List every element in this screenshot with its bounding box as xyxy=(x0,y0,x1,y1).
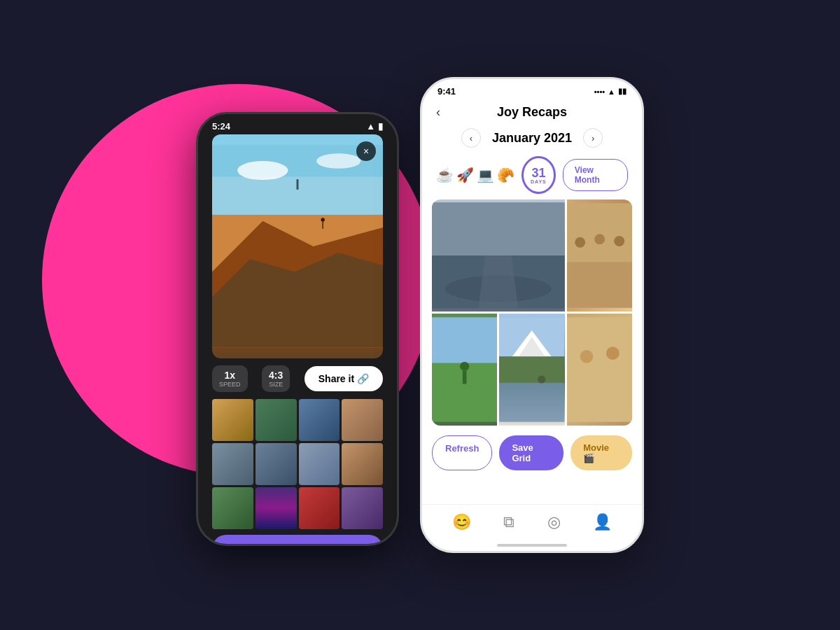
svg-point-19 xyxy=(460,362,469,371)
share-button[interactable]: Share it 🔗 xyxy=(304,366,383,391)
month-nav: ‹ January 2021 › xyxy=(422,122,642,153)
phone-right: 9:41 •••• ▲ ▮▮ ‹ Joy Recaps ‹ January 20… xyxy=(420,77,644,553)
svg-rect-25 xyxy=(499,383,564,422)
thumb-3 xyxy=(299,399,340,441)
phones-container: 5:24 ▲ ▮ xyxy=(196,77,644,553)
svg-point-15 xyxy=(594,234,605,244)
movie-button[interactable]: Movie 🎬 xyxy=(570,435,632,470)
status-icons-right: •••• ▲ ▮▮ xyxy=(594,87,626,96)
lake-svg xyxy=(499,314,564,426)
driving-photo-svg xyxy=(432,200,565,312)
home-indicator xyxy=(497,544,567,547)
time-right: 9:41 xyxy=(438,86,456,97)
thumbnail-grid xyxy=(205,399,390,529)
background-scene: 5:24 ▲ ▮ xyxy=(0,0,840,630)
preview-image xyxy=(212,134,383,358)
notch-left xyxy=(255,114,340,134)
generate-button-wrap: Generate Movie xyxy=(205,529,390,546)
battery-icon-right: ▮▮ xyxy=(618,87,626,96)
thumb-8 xyxy=(342,443,383,485)
emoji-bread: 🥐 xyxy=(497,167,514,183)
prev-month-button[interactable]: ‹ xyxy=(461,128,481,148)
svg-point-16 xyxy=(614,236,624,246)
app-title: Joy Recaps xyxy=(497,105,567,120)
nav-profile-button[interactable]: 👤 xyxy=(593,513,612,531)
month-title: January 2021 xyxy=(492,131,572,146)
signal-icon: •••• xyxy=(594,88,605,96)
svg-point-2 xyxy=(237,161,288,180)
nav-spiral-button[interactable]: ◎ xyxy=(547,513,561,531)
svg-point-14 xyxy=(575,237,585,248)
preview-area: × xyxy=(212,134,383,358)
back-button[interactable]: ‹ xyxy=(436,105,440,120)
save-grid-button[interactable]: Save Grid xyxy=(499,435,564,470)
field-svg xyxy=(432,314,497,426)
emoji-coffee: ☕ xyxy=(436,167,454,183)
thumb-5 xyxy=(212,443,253,485)
landscape-svg xyxy=(212,134,383,358)
svg-point-29 xyxy=(606,346,620,360)
status-icons-left: ▲ ▮ xyxy=(366,121,383,132)
emoji-row: ☕ 🚀 💻 🥐 31 DAYS View Month xyxy=(422,153,642,200)
nav-emoji-button[interactable]: 😊 xyxy=(452,513,471,531)
action-buttons: Refresh Save Grid Movie 🎬 xyxy=(422,426,642,476)
size-badge: 4:3 SIZE xyxy=(262,365,290,392)
thumb-7 xyxy=(299,443,340,485)
thumb-9 xyxy=(212,487,253,529)
thumb-12 xyxy=(342,487,383,529)
nav-grid-button[interactable]: ⧉ xyxy=(503,513,514,531)
left-phone-content: × 1x SPEED 4:3 SIZE Share it 🔗 xyxy=(198,134,397,546)
app-header: ‹ Joy Recaps xyxy=(422,99,642,122)
close-button[interactable]: × xyxy=(356,141,376,161)
thumb-6 xyxy=(255,443,297,485)
phone-left: 5:24 ▲ ▮ xyxy=(196,112,399,546)
thumb-2 xyxy=(255,399,297,441)
speed-badge: 1x SPEED xyxy=(212,365,248,392)
thumb-10 xyxy=(255,487,297,529)
thumb-1 xyxy=(212,399,253,441)
emoji-strip: ☕ 🚀 💻 🥐 xyxy=(436,167,514,183)
photo-lake xyxy=(499,314,564,426)
svg-rect-13 xyxy=(567,262,632,307)
next-month-button[interactable]: › xyxy=(583,128,603,148)
generate-movie-button[interactable]: Generate Movie xyxy=(212,535,383,546)
dinner-svg xyxy=(567,200,632,312)
days-number: 31 xyxy=(531,167,545,179)
time-left: 5:24 xyxy=(212,121,230,132)
svg-rect-24 xyxy=(499,356,564,382)
wifi-icon-left: ▲ xyxy=(366,121,375,132)
thumb-11 xyxy=(299,487,340,529)
photo-dinner xyxy=(567,200,632,312)
svg-point-7 xyxy=(321,218,324,221)
svg-rect-20 xyxy=(463,371,467,384)
svg-rect-27 xyxy=(567,317,632,421)
friends-svg xyxy=(567,314,632,426)
svg-point-26 xyxy=(538,375,545,383)
days-label: DAYS xyxy=(531,179,547,184)
svg-point-3 xyxy=(316,153,360,169)
photo-driving: ▶ xyxy=(432,200,565,312)
battery-icon-left: ▮ xyxy=(378,121,383,132)
notch-right xyxy=(486,79,578,100)
photo-field xyxy=(432,314,497,426)
view-month-button[interactable]: View Month xyxy=(563,159,628,191)
refresh-button[interactable]: Refresh xyxy=(432,435,492,470)
emoji-computer: 💻 xyxy=(477,167,494,183)
controls-bar: 1x SPEED 4:3 SIZE Share it 🔗 xyxy=(205,358,390,399)
bottom-nav: 😊 ⧉ ◎ 👤 xyxy=(422,504,642,537)
photo-grid: ▶ xyxy=(432,200,632,426)
photo-friends xyxy=(567,314,632,426)
emoji-rocket: 🚀 xyxy=(456,167,474,183)
svg-rect-17 xyxy=(432,317,497,363)
svg-point-28 xyxy=(580,350,593,363)
wifi-icon-right: ▲ xyxy=(608,88,615,96)
days-circle: 31 DAYS xyxy=(522,156,556,194)
thumb-4 xyxy=(342,399,383,441)
